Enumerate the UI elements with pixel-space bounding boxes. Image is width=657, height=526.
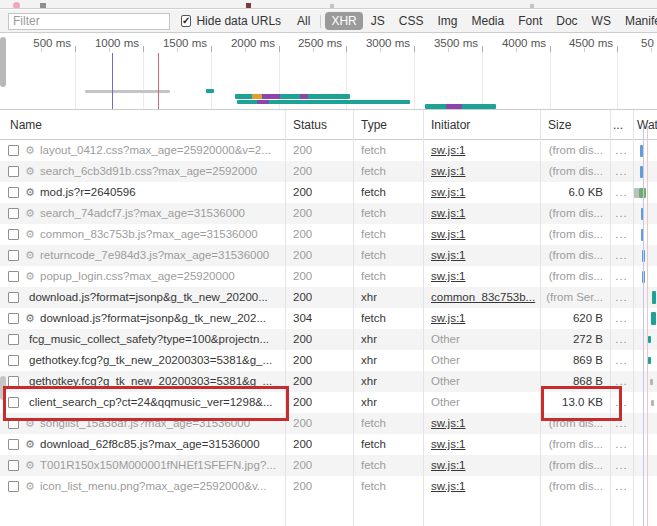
request-size: (from dis...	[540, 476, 603, 497]
domcontentloaded-line	[643, 126, 644, 526]
request-size: 272 B	[540, 329, 603, 350]
ruler-label: 50	[641, 37, 657, 49]
request-row[interactable]: download.js?format=jsonp&g_tk_new_20200.…	[0, 287, 657, 308]
request-row[interactable]: ⚙download.js?format=jsonp&g_tk_new_202..…	[0, 308, 657, 329]
initiator-link[interactable]: sw.js:1	[431, 476, 537, 497]
initiator-link[interactable]: sw.js:1	[431, 203, 537, 224]
request-type: xhr	[361, 287, 377, 308]
load-event-line	[158, 53, 159, 110]
row-overflow-ellipsis: ...	[610, 182, 633, 203]
row-checkbox[interactable]	[8, 313, 19, 324]
filter-tab-all[interactable]: All	[291, 12, 316, 30]
clipped-toolbar-icon	[246, 3, 251, 9]
request-type: fetch	[361, 203, 386, 224]
column-header-type[interactable]: Type	[361, 110, 387, 140]
domcontentloaded-line	[112, 53, 113, 110]
column-header-name[interactable]: Name	[10, 110, 42, 140]
row-checkbox[interactable]	[8, 481, 19, 492]
network-filter-toolbar: ✓ Hide data URLs AllXHRJSCSSImgMediaFont…	[0, 10, 657, 33]
hide-data-urls-checkbox[interactable]: ✓	[181, 15, 191, 27]
request-status: 200	[293, 392, 312, 413]
row-checkbox[interactable]	[8, 208, 19, 219]
row-checkbox[interactable]	[8, 229, 19, 240]
row-checkbox[interactable]	[8, 292, 19, 303]
filter-tab-font[interactable]: Font	[512, 12, 548, 30]
row-checkbox[interactable]	[8, 145, 19, 156]
load-event-line	[647, 126, 648, 526]
overview-waterfall-bar	[257, 100, 269, 104]
request-row[interactable]: ⚙common_83c753b.js?max_age=31536000200fe…	[0, 224, 657, 245]
request-row[interactable]: ⚙T001R150x150M000001fNHEf1SFEFN.jpg?...2…	[0, 455, 657, 476]
request-name: returncode_7e984d3.js?max_age=31536000	[40, 245, 283, 266]
row-checkbox[interactable]	[8, 439, 19, 450]
initiator-link[interactable]: sw.js:1	[431, 308, 537, 329]
row-checkbox[interactable]	[8, 355, 19, 366]
column-header-status[interactable]: Status	[293, 110, 327, 140]
row-checkbox[interactable]	[8, 166, 19, 177]
filter-tabs: AllXHRJSCSSImgMediaFontDocWSManifestOthe…	[290, 10, 657, 33]
request-row[interactable]: ⚙popup_login.css?max_age=25920000200fetc…	[0, 266, 657, 287]
timeline-overview[interactable]: 500 ms1000 ms1500 ms2000 ms2500 ms3000 m…	[0, 33, 657, 110]
highlight-box-request-name	[3, 386, 289, 421]
request-type: xhr	[361, 350, 377, 371]
initiator-link[interactable]: sw.js:1	[431, 224, 537, 245]
ruler-label: 3000 ms	[340, 37, 410, 49]
request-size: (from Ser...	[540, 287, 603, 308]
request-row[interactable]: ⚙returncode_7e984d3.js?max_age=315360002…	[0, 245, 657, 266]
overview-waterfall-bar	[300, 94, 308, 99]
request-row[interactable]: ⚙download_62f8c85.js?max_age=31536000200…	[0, 434, 657, 455]
initiator-link[interactable]: sw.js:1	[431, 161, 537, 182]
service-worker-gear-icon: ⚙	[25, 182, 35, 203]
column-header-size[interactable]: Size	[548, 110, 571, 140]
initiator-link[interactable]: sw.js:1	[431, 140, 537, 161]
hide-data-urls-label[interactable]: Hide data URLs	[196, 14, 281, 28]
request-row[interactable]: ⚙icon_list_menu.png?max_age=2592000&v...…	[0, 476, 657, 497]
request-status: 200	[293, 203, 312, 224]
row-checkbox[interactable]	[8, 250, 19, 261]
overview-waterfall-bar	[206, 89, 214, 93]
initiator-link[interactable]: sw.js:1	[431, 266, 537, 287]
initiator-link[interactable]: sw.js:1	[431, 182, 537, 203]
initiator-link[interactable]: sw.js:1	[431, 245, 537, 266]
initiator-link[interactable]: sw.js:1	[431, 455, 537, 476]
filter-tab-media[interactable]: Media	[466, 12, 511, 30]
request-row[interactable]: fcg_music_collect_safety?type=100&projec…	[0, 329, 657, 350]
filter-tab-doc[interactable]: Doc	[550, 12, 583, 30]
row-checkbox[interactable]	[8, 334, 19, 345]
ruler-label: 2500 ms	[272, 37, 342, 49]
waterfall-bar	[652, 291, 656, 304]
filter-tab-js[interactable]: JS	[365, 12, 391, 30]
request-name: T001R150x150M000001fNHEf1SFEFN.jpg?...	[40, 455, 283, 476]
filter-tab-manifest[interactable]: Manifest	[619, 12, 657, 30]
filter-tab-xhr[interactable]: XHR	[325, 12, 362, 30]
row-overflow-ellipsis: ...	[610, 161, 633, 182]
request-status: 200	[293, 245, 312, 266]
request-row[interactable]: ⚙mod.js?r=2640596200fetchsw.js:16.0 KB..…	[0, 182, 657, 203]
row-checkbox[interactable]	[8, 187, 19, 198]
column-header-more[interactable]: ...	[613, 110, 623, 140]
row-overflow-ellipsis: ...	[610, 455, 633, 476]
initiator-link[interactable]: sw.js:1	[431, 434, 537, 455]
row-checkbox[interactable]	[8, 460, 19, 471]
request-row[interactable]: ⚙layout_0412.css?max_age=25920000&v=2...…	[0, 140, 657, 161]
column-header-initiator[interactable]: Initiator	[431, 110, 470, 140]
initiator-link[interactable]: sw.js:1	[431, 413, 537, 434]
filter-tab-css[interactable]: CSS	[393, 12, 430, 30]
column-separator	[423, 110, 424, 526]
request-name: mod.js?r=2640596	[40, 182, 283, 203]
request-name: fcg_music_collect_safety?type=100&projec…	[29, 329, 283, 350]
filter-tab-ws[interactable]: WS	[586, 12, 617, 30]
initiator-link[interactable]: common_83c753b...	[431, 287, 537, 308]
request-row[interactable]: ⚙search_6cb3d91b.css?max_age=2592000200f…	[0, 161, 657, 182]
row-overflow-ellipsis: ...	[610, 476, 633, 497]
request-rows: ⚙layout_0412.css?max_age=25920000&v=2...…	[0, 140, 657, 497]
request-row[interactable]: gethotkey.fcg?g_tk_new_20200303=5381&g_.…	[0, 350, 657, 371]
request-type: fetch	[361, 140, 386, 161]
filter-input[interactable]	[8, 13, 170, 30]
filter-tab-img[interactable]: Img	[432, 12, 464, 30]
request-row[interactable]: ⚙search_74adcf7.js?max_age=31536000200fe…	[0, 203, 657, 224]
row-checkbox[interactable]	[8, 271, 19, 282]
overview-waterfall-bar	[252, 94, 262, 99]
request-size: (from dis...	[540, 245, 603, 266]
request-size: (from dis...	[540, 161, 603, 182]
